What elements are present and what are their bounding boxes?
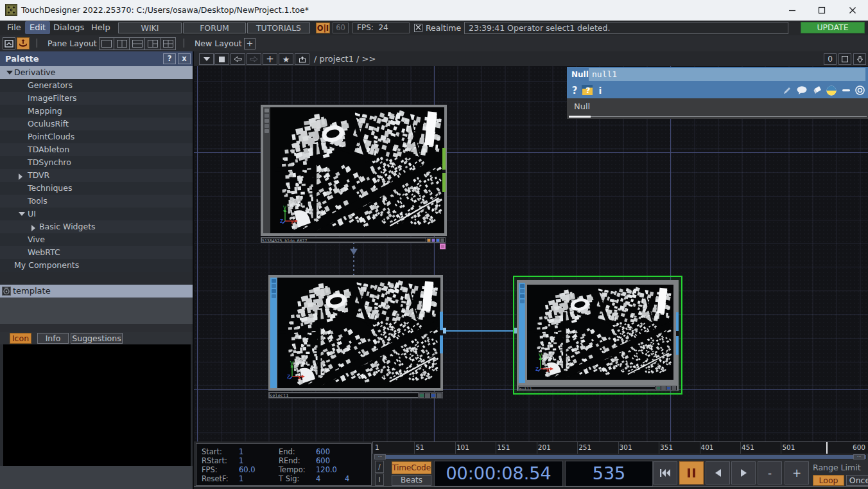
node-viewer-controls[interactable] xyxy=(519,283,525,383)
frame-mode-button[interactable]: / xyxy=(375,461,384,473)
maximize-pane-button[interactable] xyxy=(3,37,15,49)
collapsed-arrow-icon[interactable] xyxy=(31,225,35,231)
collapse-button[interactable] xyxy=(853,53,866,65)
expanded-arrow-icon[interactable] xyxy=(6,71,13,75)
palette-item-derivative[interactable]: Derivative xyxy=(0,66,193,79)
palette-item-ui[interactable]: UI xyxy=(0,208,193,220)
palette-item-generators[interactable]: Generators xyxy=(0,79,193,92)
integer-mode-button[interactable]: I xyxy=(375,474,384,486)
field-value[interactable]: 1 xyxy=(239,447,243,456)
field-value[interactable]: 600 xyxy=(316,456,330,465)
palette-item-oculusrift[interactable]: OculusRift xyxy=(0,118,193,130)
node-viewer[interactable]: yxz xyxy=(277,278,440,388)
node-moviefilein[interactable]: yxz xyxy=(261,105,447,236)
operator-name-field[interactable]: null1 xyxy=(589,68,865,81)
beats-button[interactable]: Beats xyxy=(392,475,431,486)
timecode-button[interactable]: TimeCode xyxy=(392,461,431,474)
palette-item-vive[interactable]: Vive xyxy=(0,233,193,246)
lock-flag[interactable] xyxy=(672,386,676,390)
palette-item-techniques[interactable]: Techniques xyxy=(0,182,193,195)
node-viewer-controls[interactable] xyxy=(263,107,270,233)
step-back-button[interactable] xyxy=(706,461,730,485)
palette-item-tdvr[interactable]: TDVR xyxy=(0,169,193,182)
breadcrumb[interactable]: / project1 / >> xyxy=(314,51,376,66)
wire-select1-null1[interactable] xyxy=(443,330,518,332)
child-count-button[interactable]: 0 xyxy=(824,53,837,65)
wiki-button[interactable]: WIKI xyxy=(118,22,182,33)
pause-button[interactable] xyxy=(679,461,704,485)
field-value[interactable]: 120.0 xyxy=(316,465,337,474)
node-select1[interactable]: yxz xyxy=(268,275,443,391)
display-flag[interactable] xyxy=(436,238,440,242)
clone-flag[interactable] xyxy=(425,393,430,398)
collapsed-arrow-icon[interactable] xyxy=(19,173,22,180)
palette-item-imagefilters[interactable]: ImageFilters xyxy=(0,92,193,105)
close-button[interactable] xyxy=(837,0,868,20)
add-operator-button[interactable]: + xyxy=(263,53,277,65)
stop-button[interactable] xyxy=(214,53,229,65)
viewer-flag[interactable] xyxy=(656,386,661,390)
menu-file[interactable]: File xyxy=(3,21,26,34)
jump-to-start-button[interactable] xyxy=(653,461,677,485)
node-null1[interactable]: yxz null1 xyxy=(517,280,679,391)
language-button[interactable] xyxy=(811,82,824,98)
play-button[interactable] xyxy=(731,461,756,485)
pin-dialog-button[interactable] xyxy=(854,82,865,98)
palette-item-tdableton[interactable]: TDAbleton xyxy=(0,143,193,156)
menu-help[interactable]: Help xyxy=(87,21,115,34)
node-viewer-controls[interactable] xyxy=(270,278,277,388)
lock-flag[interactable] xyxy=(437,393,442,398)
maximize-button[interactable] xyxy=(807,0,837,20)
range-start-handle[interactable]: ··· xyxy=(374,454,386,459)
minimize-button[interactable] xyxy=(777,0,807,20)
layout-two-rows-button[interactable] xyxy=(130,37,145,50)
output-connector[interactable] xyxy=(440,330,443,335)
tab-info[interactable]: Info xyxy=(37,333,69,344)
palette-item-pointclouds[interactable]: PointClouds xyxy=(0,130,193,143)
viewer-flag[interactable] xyxy=(427,238,431,242)
help-button[interactable]: ? xyxy=(569,82,580,98)
once-button[interactable]: Once xyxy=(846,475,868,486)
home-button[interactable] xyxy=(295,53,309,65)
edit-expression-button[interactable] xyxy=(781,82,793,98)
fps-target[interactable]: 60 xyxy=(333,22,349,33)
menu-edit[interactable]: Edit xyxy=(25,21,50,34)
clone-flag[interactable] xyxy=(661,386,666,390)
layout-two-columns-button[interactable] xyxy=(114,37,130,50)
field-value[interactable]: 1 xyxy=(239,474,243,483)
palette-item-webrtc[interactable]: WebRTC xyxy=(0,246,193,259)
field-value[interactable]: 600 xyxy=(316,447,330,456)
palette-close-button[interactable]: x xyxy=(178,53,191,64)
range-bar[interactable] xyxy=(374,454,867,459)
timeline-ruler[interactable]: 151101151201251301351401451501600 xyxy=(372,441,868,454)
forward-button[interactable] xyxy=(247,53,261,65)
comment-button[interactable] xyxy=(795,82,808,98)
add-layout-button[interactable]: + xyxy=(244,38,256,49)
back-button[interactable] xyxy=(230,53,245,65)
network-editor[interactable]: yxz 51384525_bldg_6677 yxz xyxy=(194,66,868,441)
tutorials-button[interactable]: TUTORIALS xyxy=(247,22,310,33)
minimize-dialog-button[interactable] xyxy=(841,82,851,98)
palette-item-my-components[interactable]: My Components xyxy=(0,259,193,272)
lock-flag[interactable] xyxy=(440,238,444,242)
step-back-frame-button[interactable]: - xyxy=(758,461,782,485)
expanded-arrow-icon[interactable] xyxy=(19,212,25,216)
loop-button[interactable]: Loop xyxy=(813,475,844,486)
layout-grid-button[interactable] xyxy=(161,37,176,50)
python-mode-button[interactable] xyxy=(825,82,838,98)
palette-item-tools[interactable]: Tools xyxy=(0,195,193,208)
viewer-mode-button[interactable] xyxy=(838,53,851,65)
output-connector[interactable] xyxy=(676,331,679,336)
viewer-flag[interactable] xyxy=(419,393,424,398)
node-viewer[interactable]: yxz xyxy=(270,107,444,233)
info-button[interactable]: i xyxy=(596,82,604,98)
field-value[interactable]: 60.0 xyxy=(239,465,256,474)
tab-suggestions[interactable]: Suggestions xyxy=(71,333,123,344)
palette-help-button[interactable]: ? xyxy=(163,53,176,64)
field-value[interactable]: 1 xyxy=(239,456,243,465)
field-value[interactable]: 4 xyxy=(316,474,320,483)
oi-toggle[interactable]: O|I xyxy=(316,22,330,33)
bookmark-button[interactable]: ★ xyxy=(279,53,293,65)
layout-left-split-button[interactable] xyxy=(145,37,161,50)
pane-menu-button[interactable] xyxy=(199,53,214,65)
